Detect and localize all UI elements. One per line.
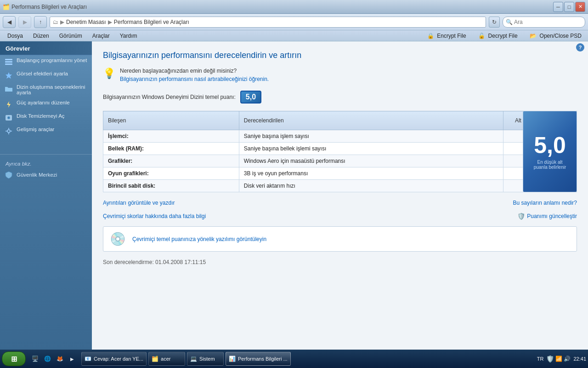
path-part-1: Denetim Masası [66, 19, 106, 25]
path-separator-2: ▶ [108, 19, 112, 25]
taskbar-item-1[interactable]: 🗂️ acer [148, 352, 185, 366]
cell-description: Disk veri aktarım hızı [239, 180, 503, 192]
decrypt-button[interactable]: 🔓 Decrypt File [474, 30, 521, 41]
close-button[interactable]: ✕ [575, 2, 585, 12]
antivirus-icon: 🛡️ [546, 355, 554, 362]
path-part-2: Performans Bilgileri ve Araçları [114, 19, 189, 25]
unlock-icon: 🔓 [477, 31, 486, 40]
up-button[interactable]: ↑ [34, 16, 47, 28]
address-path[interactable]: 🗂 ▶ Denetim Masası ▶ Performans Bilgiler… [50, 17, 486, 28]
shield-icon [5, 171, 13, 179]
action-links-top: Ayrıntıları görüntüle ve yazdır Bu sayıl… [103, 200, 577, 206]
forward-button[interactable]: ▶ [18, 16, 31, 28]
software-icon: 💿 [110, 231, 126, 247]
hint-box: 💡 Nereden başlayacağınızdan emin değil m… [103, 67, 577, 83]
encrypt-button[interactable]: 🔒 Encrypt File [422, 30, 469, 41]
maximize-button[interactable]: □ [564, 2, 574, 12]
taskbar: ⊞ 🖥️ 🌐 🦊 ▶ 📧 Cevap: Acer dan YE... 🗂️ ac… [0, 350, 588, 368]
sidebar-label-index: Dizin oluşturma seçeneklerini ayarla [17, 84, 87, 95]
sidebar-label-startup: Başlangıç programlarını yönet [17, 58, 87, 63]
help-button[interactable]: ? [576, 43, 584, 52]
openpsd-label: Open/Close PSD [540, 33, 582, 39]
menu-file[interactable]: Dosya [3, 32, 28, 40]
back-button[interactable]: ◀ [3, 16, 16, 28]
table-row: Oyun grafikleri: 3B iş ve oyun performan… [103, 167, 577, 180]
sidebar-item-power[interactable]: Güç ayarlarını düzenle [0, 98, 92, 111]
score-line: Bilgisayarınızın Windows Deneyimi Dizini… [103, 91, 577, 104]
taskbar-item-0[interactable]: 📧 Cevap: Acer dan YE... [81, 352, 147, 366]
lightbulb-icon: 💡 [103, 68, 115, 80]
sidebar-item-startup[interactable]: Başlangıç programlarını yönet [0, 55, 92, 69]
meaning-link[interactable]: Bu sayıların anlamı nedir? [513, 200, 577, 206]
score-badge: 5,0 [240, 91, 261, 104]
minimize-button[interactable]: ─ [553, 2, 563, 12]
cell-component: Bellek (RAM): [103, 143, 239, 155]
online-link[interactable]: Çevrimiçi skorlar hakkında daha fazla bi… [103, 213, 206, 219]
search-wrap: 🔍 [503, 17, 585, 28]
main-layout: Görevler Başlangıç programlarını yönet G… [0, 41, 588, 350]
openpsd-button[interactable]: 📂 Open/Close PSD [525, 30, 585, 41]
tools-icon [5, 127, 13, 135]
sidebar-divider [0, 154, 92, 155]
taskbar-label-2: Sistem [199, 356, 215, 362]
svg-rect-0 [5, 59, 12, 60]
sidebar-item-security[interactable]: Güvenlik Merkezi [0, 168, 92, 181]
taskbar-icon-2: 💻 [190, 356, 197, 362]
svg-rect-2 [5, 63, 12, 65]
folder-icon [5, 85, 13, 93]
table-row: İşlemci: Saniye başına işlem sayısı 5,4 [103, 130, 577, 143]
star-icon [5, 71, 13, 80]
taskbar-item-2[interactable]: 💻 Sistem [187, 352, 224, 366]
firefox-icon[interactable]: 🦊 [54, 353, 65, 364]
start-button[interactable]: ⊞ [2, 351, 26, 366]
lightning-icon [5, 100, 13, 109]
details-link[interactable]: Ayrıntıları görüntüle ve yazdır [103, 200, 175, 206]
volume-icon: 🔊 [564, 356, 571, 362]
table-container: Bileşen Derecelendirilen Alt puan Taban … [103, 111, 577, 192]
taskbar-item-3[interactable]: 📊 Performans Bilgileri ... [226, 352, 291, 366]
update-link[interactable]: Puanımı güncelleştir [527, 213, 577, 219]
menu-bar-left: Dosya Düzen Görünüm Araçlar Yardım [3, 32, 422, 40]
sidebar-item-index[interactable]: Dizin oluşturma seçeneklerini ayarla [0, 82, 92, 98]
network-icon: 📶 [555, 356, 562, 362]
big-score-value: 5,0 [534, 134, 566, 157]
cell-component: Grafikler: [103, 155, 239, 167]
table-row: Grafikler: Windows Aero için masaüstü pe… [103, 155, 577, 167]
ie-icon[interactable]: 🌐 [42, 353, 53, 364]
window-title: Performans Bilgileri ve Araçları [11, 4, 87, 10]
refresh-button[interactable]: ↻ [489, 17, 500, 28]
taskbar-icon-1: 🗂️ [152, 356, 158, 362]
hint-link[interactable]: Bilgisayarınızın performansını nasıl art… [120, 76, 269, 82]
sidebar-item-advanced[interactable]: Gelişmiş araçlar [0, 124, 92, 138]
arrow-icon[interactable]: ▶ [67, 353, 78, 364]
search-input[interactable] [503, 17, 585, 28]
disk-icon [5, 114, 13, 122]
window-icon: 🗂️ [3, 4, 10, 10]
sidebar-item-disk[interactable]: Disk Temizlemeyi Aç [0, 111, 92, 124]
menu-view[interactable]: Görünüm [55, 32, 87, 40]
menu-bar-right: 🔒 Encrypt File 🔓 Decrypt File 📂 Open/Clo… [422, 30, 585, 41]
cell-component: İşlemci: [103, 130, 239, 143]
title-bar-left: 🗂️ Performans Bilgileri ve Araçları [3, 4, 87, 10]
sidebar-item-visual[interactable]: Görsel efektleri ayarla [0, 69, 92, 82]
clock: 22:41 [573, 356, 586, 362]
taskbar-icon-0: 📧 [85, 356, 91, 362]
cell-description: 3B iş ve oyun performansı [239, 167, 503, 180]
menu-help[interactable]: Yardım [115, 32, 142, 40]
sidebar-label-security: Güvenlik Merkezi [17, 172, 57, 178]
windows-logo: ⊞ [11, 355, 17, 363]
table-row: Bellek (RAM): Saniye başına bellek işlem… [103, 143, 577, 155]
software-link[interactable]: Çevrimiçi temel puanınıza yönelik yazılı… [132, 236, 266, 242]
col-component: Bileşen [103, 111, 239, 130]
show-desktop-icon[interactable]: 🖥️ [29, 353, 40, 364]
cell-component: Oyun grafikleri: [103, 167, 239, 180]
decrypt-label: Decrypt File [488, 33, 518, 39]
col-description: Derecelendirilen [239, 111, 503, 130]
taskbar-icon-3: 📊 [229, 356, 236, 362]
big-score-panel: 5,0 En düşük altpuanla belirlenir [523, 111, 577, 192]
menu-edit[interactable]: Düzen [28, 32, 54, 40]
list-icon [5, 58, 13, 66]
taskbar-label-1: acer [161, 356, 170, 362]
svg-marker-3 [6, 72, 12, 79]
menu-tools[interactable]: Araçlar [88, 32, 114, 40]
